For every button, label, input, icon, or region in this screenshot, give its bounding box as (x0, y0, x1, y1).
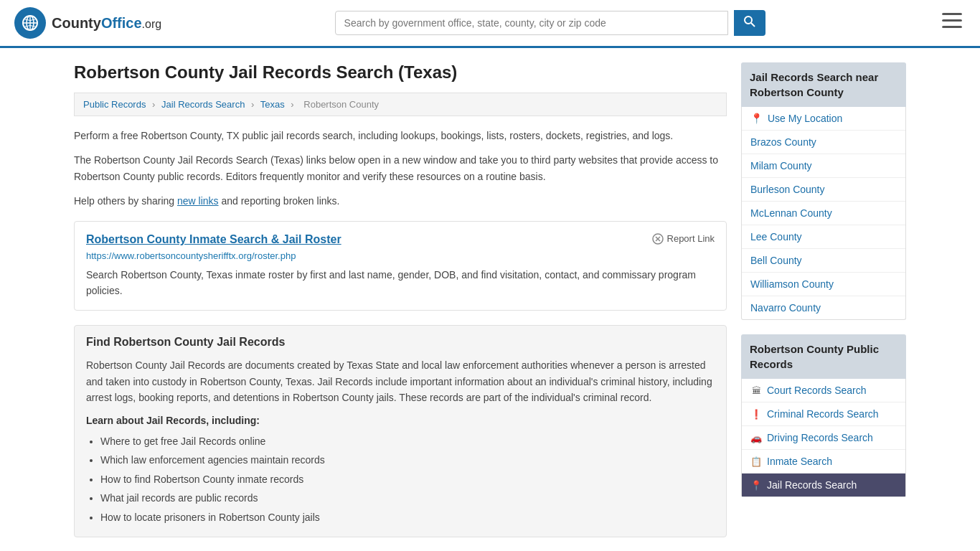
breadcrumb-jail-records-search[interactable]: Jail Records Search (161, 99, 245, 110)
learn-list-item: How to locate prisoners in Robertson Cou… (100, 508, 715, 527)
sidebar-nearby-item-4[interactable]: McLennan County (742, 202, 905, 225)
pr-icon-1: ❗ (750, 409, 762, 420)
sidebar-nearby-item-7[interactable]: Williamson County (742, 273, 905, 296)
sidebar-pr-item-1[interactable]: ❗Criminal Records Search (742, 402, 905, 426)
learn-list-item: Where to get free Jail Records online (100, 432, 715, 451)
sidebar-public-records-list: 🏛Court Records Search❗Criminal Records S… (741, 379, 906, 497)
main-container: Robertson County Jail Records Search (Te… (60, 48, 920, 551)
svg-rect-9 (942, 26, 962, 28)
content-area: Robertson County Jail Records Search (Te… (74, 62, 727, 537)
record-url[interactable]: https://www.robertsoncountysherifftx.org… (86, 250, 715, 261)
nearby-link-7[interactable]: Williamson County (750, 278, 834, 290)
search-area (335, 10, 765, 36)
pr-link-2[interactable]: Driving Records Search (767, 432, 873, 443)
pr-icon-2: 🚗 (750, 433, 762, 443)
find-title: Find Robertson County Jail Records (86, 336, 715, 349)
find-desc: Robertson County Jail Records are docume… (86, 357, 715, 405)
sidebar-nearby-section: Jail Records Search near Robertson Count… (741, 62, 906, 320)
svg-rect-8 (942, 19, 962, 22)
sidebar-nearby-list: 📍Use My LocationBrazos CountyMilam Count… (741, 107, 906, 320)
nearby-link-0[interactable]: Use My Location (768, 113, 842, 124)
sidebar-nearby-item-3[interactable]: Burleson County (742, 178, 905, 202)
sidebar-nearby-item-8[interactable]: Navarro County (742, 296, 905, 319)
pin-icon: 📍 (750, 113, 763, 124)
nearby-link-8[interactable]: Navarro County (750, 302, 821, 314)
header: CountyOffice.org (0, 0, 980, 48)
description-2: The Robertson County Jail Records Search… (74, 152, 727, 184)
description-1: Perform a free Robertson County, TX publ… (74, 128, 727, 143)
sidebar-public-records-heading: Robertson County Public Records (741, 334, 906, 379)
nearby-link-5[interactable]: Lee County (750, 231, 802, 242)
breadcrumb-public-records[interactable]: Public Records (83, 99, 146, 110)
svg-rect-7 (942, 13, 962, 15)
description-3: Help others by sharing new links and rep… (74, 193, 727, 209)
learn-list: Where to get free Jail Records onlineWhi… (86, 432, 715, 527)
record-title[interactable]: Robertson County Inmate Search & Jail Ro… (86, 233, 341, 246)
logo-icon (14, 7, 46, 39)
pr-icon-4: 📍 (750, 480, 762, 491)
nearby-link-4[interactable]: McLennan County (750, 207, 832, 219)
sidebar-nearby-heading: Jail Records Search near Robertson Count… (741, 62, 906, 107)
pr-link-1[interactable]: Criminal Records Search (767, 408, 879, 420)
record-card: Robertson County Inmate Search & Jail Ro… (74, 221, 727, 311)
sidebar-pr-item-2[interactable]: 🚗Driving Records Search (742, 426, 905, 450)
new-links-link[interactable]: new links (177, 195, 219, 207)
pr-link-4[interactable]: Jail Records Search (767, 479, 857, 491)
breadcrumb-texas[interactable]: Texas (260, 99, 285, 110)
sidebar-nearby-item-1[interactable]: Brazos County (742, 131, 905, 154)
report-link-button[interactable]: Report Link (652, 233, 715, 245)
svg-point-5 (745, 17, 752, 24)
search-input[interactable] (335, 11, 728, 35)
record-desc: Search Robertson County, Texas inmate ro… (86, 267, 715, 299)
learn-list-item: Which law enforcement agencies maintain … (100, 451, 715, 470)
pr-icon-0: 🏛 (750, 385, 762, 396)
learn-list-item: How to find Robertson County inmate reco… (100, 470, 715, 489)
sidebar-pr-item-3[interactable]: 📋Inmate Search (742, 450, 905, 474)
record-header: Robertson County Inmate Search & Jail Ro… (86, 233, 715, 250)
logo-area: CountyOffice.org (14, 7, 161, 39)
sidebar-nearby-item-2[interactable]: Milam County (742, 154, 905, 178)
nearby-link-1[interactable]: Brazos County (750, 136, 816, 148)
nearby-link-6[interactable]: Bell County (750, 255, 802, 266)
pr-icon-3: 📋 (750, 456, 762, 467)
search-button[interactable] (734, 10, 765, 36)
learn-list-item: What jail records are public records (100, 489, 715, 508)
svg-line-6 (751, 23, 755, 27)
sidebar-nearby-item-5[interactable]: Lee County (742, 225, 905, 249)
breadcrumb: Public Records › Jail Records Search › T… (74, 93, 727, 116)
sidebar: Jail Records Search near Robertson Count… (741, 62, 906, 537)
learn-title: Learn about Jail Records, including: (86, 415, 715, 426)
sidebar-public-records-section: Robertson County Public Records 🏛Court R… (741, 334, 906, 497)
sidebar-nearby-item-0[interactable]: 📍Use My Location (742, 107, 905, 131)
hamburger-menu-icon[interactable] (938, 9, 966, 37)
sidebar-nearby-item-6[interactable]: Bell County (742, 249, 905, 273)
pr-link-3[interactable]: Inmate Search (767, 456, 832, 467)
sidebar-pr-item-4[interactable]: 📍Jail Records Search (742, 474, 905, 496)
nearby-link-2[interactable]: Milam County (750, 160, 812, 171)
logo-text: CountyOffice.org (52, 15, 161, 32)
sidebar-pr-item-0[interactable]: 🏛Court Records Search (742, 379, 905, 402)
nearby-link-3[interactable]: Burleson County (750, 184, 825, 195)
pr-link-0[interactable]: Court Records Search (767, 385, 867, 396)
page-title: Robertson County Jail Records Search (Te… (74, 62, 727, 83)
breadcrumb-current: Robertson County (303, 99, 379, 110)
find-section: Find Robertson County Jail Records Rober… (74, 325, 727, 537)
